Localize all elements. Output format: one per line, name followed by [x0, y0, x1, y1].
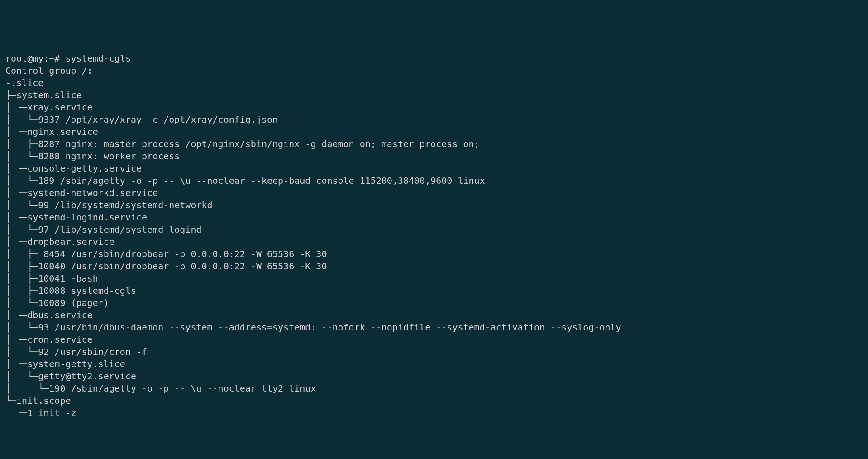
output-line: │ │ └─9337 /opt/xray/xray -c /opt/xray/c… [5, 114, 863, 126]
output-line: └─1 init -z [5, 407, 863, 419]
shell-prompt: root@my:~# [5, 53, 65, 64]
output-line: │ │ └─93 /usr/bin/dbus-daemon --system -… [5, 321, 863, 334]
output-line: │ │ └─10089 (pager) [5, 297, 863, 309]
prompt-line[interactable]: root@my:~# systemd-cgls [5, 53, 863, 65]
output-line: │ │ └─189 /sbin/agetty -o -p -- \u --noc… [5, 175, 863, 187]
output-line: └─init.scope [5, 395, 863, 407]
output-line: │ ├─xray.service [5, 101, 863, 114]
output-line: │ │ └─97 /lib/systemd/systemd-logind [5, 224, 863, 236]
terminal-output: root@my:~# systemd-cglsControl group /:-… [5, 53, 863, 419]
output-line: │ │ └─99 /lib/systemd/systemd-networkd [5, 199, 863, 211]
output-line: │ ├─systemd-networkd.service [5, 187, 863, 199]
output-line: │ │ └─8288 nginx: worker process [5, 150, 863, 163]
output-line: │ │ ├─10041 -bash [5, 273, 863, 285]
output-line: │ │ ├─10040 /usr/sbin/dropbear -p 0.0.0.… [5, 260, 863, 273]
output-line: -.slice [5, 77, 863, 89]
output-line: │ │ ├─10088 systemd-cgls [5, 285, 863, 297]
output-line: │ ├─cron.service [5, 334, 863, 346]
output-line: ├─system.slice [5, 89, 863, 101]
command-text: systemd-cgls [65, 53, 131, 64]
output-line: │ └─190 /sbin/agetty -o -p -- \u --nocle… [5, 382, 863, 395]
output-line: │ ├─nginx.service [5, 126, 863, 138]
output-line: │ │ ├─ 8454 /usr/sbin/dropbear -p 0.0.0.… [5, 248, 863, 260]
output-line: │ ├─systemd-logind.service [5, 211, 863, 224]
output-line: │ └─getty@tty2.service [5, 370, 863, 382]
output-line: │ ├─console-getty.service [5, 163, 863, 175]
output-line: │ │ ├─8287 nginx: master process /opt/ng… [5, 138, 863, 150]
output-line: │ │ └─92 /usr/sbin/cron -f [5, 346, 863, 358]
output-line: │ └─system-getty.slice [5, 358, 863, 370]
output-line: Control group /: [5, 65, 863, 77]
output-line: │ ├─dropbear.service [5, 236, 863, 248]
output-line: │ ├─dbus.service [5, 309, 863, 321]
